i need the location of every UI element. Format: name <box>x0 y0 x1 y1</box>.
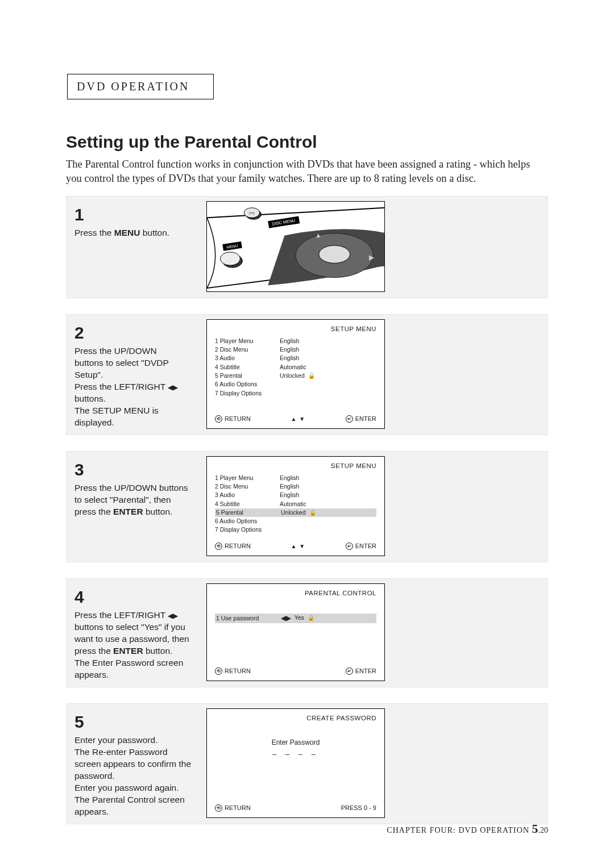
enter-icon: ↵ <box>346 542 353 550</box>
step-5-line3: Enter you password again. <box>74 782 193 794</box>
step-5-text: 5 Enter your password. The Re-enter Pass… <box>67 704 198 824</box>
step-4: 4 Press the LEFT/RIGHT ◀▶ buttons to sel… <box>66 578 548 687</box>
panel-footer: ⟲RETURN ↵ENTER <box>215 660 376 675</box>
page-heading: Setting up the Parental Control <box>66 132 548 152</box>
create-password-panel: CREATE PASSWORD Enter Password – – – – ⟲… <box>206 708 385 818</box>
step-1-figure: (••) DISC MENU MENU <box>204 197 391 298</box>
remote-svg: (••) DISC MENU MENU <box>207 202 384 291</box>
step-2-text: 2 Press the UP/DOWN buttons to select "D… <box>67 315 198 435</box>
menu-row: 2 Disc MenuEnglish <box>215 345 376 354</box>
panel-title: SETUP MENU <box>215 326 376 332</box>
svg-line-0 <box>207 208 384 218</box>
setup-menu-panel-highlighted: SETUP MENU 1 Player MenuEnglish 2 Disc M… <box>206 456 385 556</box>
return-icon: ⟲ <box>215 667 222 675</box>
panel-footer: ⟲RETURN PRESS 0 - 9 <box>215 796 376 812</box>
return-icon: ⟲ <box>215 415 222 423</box>
section-tag-text: DVD OPERATION <box>77 80 189 93</box>
step-5-line4: The Parental Control screen appears. <box>74 794 193 818</box>
footer-chapter: CHAPTER FOUR: DVD OPERATION <box>387 826 532 834</box>
return-icon: ⟲ <box>215 804 222 812</box>
panel-footer: ⟲RETURN ▲ ▼ ↵ENTER <box>215 407 376 423</box>
step-4-figure: PARENTAL CONTROL 1 Use password ◀▶ Yes 🔒… <box>204 579 391 687</box>
menu-row: 7 Display Options <box>215 389 376 398</box>
updown-arrows-icon: ▲ ▼ <box>291 416 305 422</box>
step-3-bold: ENTER <box>113 507 143 516</box>
setup-menu-panel: SETUP MENU 1 Player MenuEnglish 2 Disc M… <box>206 319 385 429</box>
step-1-text: 1 Press the MENU button. <box>67 197 198 298</box>
page-footer: CHAPTER FOUR: DVD OPERATION 5.20 <box>387 821 548 836</box>
unlock-icon: 🔓 <box>309 509 316 518</box>
parental-control-panel: PARENTAL CONTROL 1 Use password ◀▶ Yes 🔒… <box>206 583 385 681</box>
step-5-line1: Enter your password. <box>74 735 193 746</box>
footer-page-big: 5 <box>532 821 538 836</box>
svg-text:▶: ▶ <box>369 254 375 261</box>
step-1-number: 1 <box>74 203 193 227</box>
step-2: 2 Press the UP/DOWN buttons to select "D… <box>66 314 548 435</box>
unlock-icon: 🔓 <box>308 372 315 381</box>
menu-row: 3 AudioEnglish <box>215 354 376 362</box>
press-0-9-label: PRESS 0 - 9 <box>341 804 376 811</box>
menu-row: 5 ParentalUnlocked 🔓 <box>215 372 376 381</box>
step-3-text: 3 Press the UP/DOWN buttons to select "P… <box>67 452 198 562</box>
updown-arrows-icon: ▲ ▼ <box>291 543 305 549</box>
remote-illustration: (••) DISC MENU MENU <box>206 201 385 292</box>
menu-row: 4 SubtitleAutomatic <box>215 363 376 372</box>
svg-point-10 <box>220 252 240 265</box>
menu-row-highlighted: 5 ParentalUnlocked 🔓 <box>215 508 376 518</box>
setup-menu-list: 1 Player MenuEnglish 2 Disc MenuEnglish … <box>215 337 376 398</box>
step-2-figure: SETUP MENU 1 Player MenuEnglish 2 Disc M… <box>204 315 391 435</box>
step-1-text-b: button. <box>140 228 169 237</box>
step-1: 1 Press the MENU button. (••) DISC MENU <box>66 196 548 298</box>
enter-password-label: Enter Password <box>215 726 376 750</box>
intro-paragraph: The Parental Control function works in c… <box>66 157 548 186</box>
svg-text:▲: ▲ <box>315 232 322 239</box>
step-1-bold: MENU <box>114 228 140 237</box>
step-4-number: 4 <box>74 586 193 609</box>
footer-page-sub: .20 <box>538 826 549 834</box>
panel-title: PARENTAL CONTROL <box>215 590 376 596</box>
panel-footer: ⟲RETURN ▲ ▼ ↵ENTER <box>215 535 376 550</box>
step-5: 5 Enter your password. The Re-enter Pass… <box>66 703 548 824</box>
panel-title: CREATE PASSWORD <box>215 715 376 721</box>
panel-title: SETUP MENU <box>215 462 376 469</box>
left-right-arrows-icon: ◀▶ <box>281 614 291 622</box>
step-3-figure: SETUP MENU 1 Player MenuEnglish 2 Disc M… <box>204 452 391 562</box>
step-2-number: 2 <box>74 322 193 345</box>
step-4-line2: The Enter Password screen appears. <box>74 657 193 681</box>
step-2-line4: The SETUP MENU is displayed. <box>74 405 193 429</box>
step-3: 3 Press the UP/DOWN buttons to select "P… <box>66 451 548 562</box>
step-5-figure: CREATE PASSWORD Enter Password – – – – ⟲… <box>204 704 391 824</box>
step-4-text: 4 Press the LEFT/RIGHT ◀▶ buttons to sel… <box>67 579 198 687</box>
enter-icon: ↵ <box>346 415 353 423</box>
step-3-line2: button. <box>143 507 173 516</box>
menu-row: 6 Audio Options <box>215 380 376 389</box>
menu-row: 1 Player MenuEnglish <box>215 337 376 345</box>
step-1-text-a: Press the <box>74 228 114 237</box>
left-right-arrows-icon: ◀▶ <box>168 612 178 620</box>
step-5-number: 5 <box>74 711 193 734</box>
setup-menu-list: 1 Player MenuEnglish 2 Disc MenuEnglish … <box>215 474 376 535</box>
step-2-line3: Press the LEFT/RIGHT ◀▶ buttons. <box>74 381 193 405</box>
password-dashes: – – – – <box>215 750 376 758</box>
step-3-number: 3 <box>74 458 193 482</box>
return-icon: ⟲ <box>215 542 222 550</box>
lock-icon: 🔒 <box>308 614 314 623</box>
section-tag: DVD OPERATION <box>67 74 214 99</box>
step-2-line2: buttons to select "DVDP Setup". <box>74 357 193 381</box>
parental-row: 1 Use password ◀▶ Yes 🔒 <box>215 614 376 623</box>
step-2-line1: Press the UP/DOWN <box>74 345 193 357</box>
svg-point-12 <box>319 245 350 263</box>
enter-icon: ↵ <box>346 667 353 675</box>
left-right-arrows-icon: ◀▶ <box>168 383 178 391</box>
step-5-line2: The Re-enter Password screen appears to … <box>74 746 193 782</box>
svg-text:(••): (••) <box>249 211 254 215</box>
